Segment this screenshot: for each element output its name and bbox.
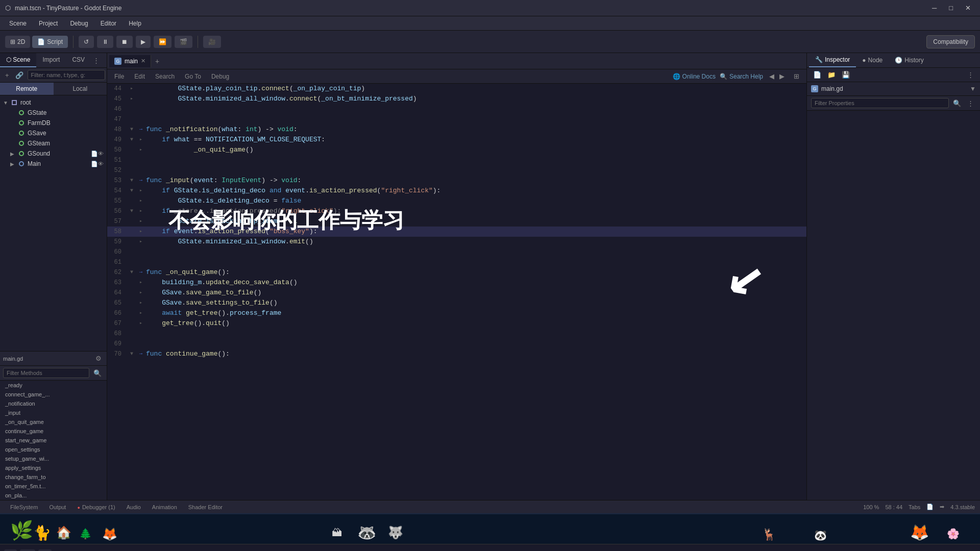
method-timer[interactable]: on_timer_5m.t... (0, 482, 107, 491)
link-btn[interactable]: 🔗 (13, 70, 26, 80)
editor-tab-main[interactable]: G main ✕ (109, 55, 151, 67)
line-47: 47 (107, 114, 806, 124)
expand-root: ▼ (3, 100, 10, 106)
bottom-tab-debugger[interactable]: Debugger (1) (72, 503, 120, 511)
code-lines: 44 ▸ GState.play_coin_tip.connect(_on_pl… (107, 84, 806, 359)
inspector-folder-btn[interactable]: 📁 (825, 70, 838, 80)
btn-pause[interactable]: ⏸ (97, 36, 113, 48)
bottom-tab-filesystem[interactable]: FileSystem (5, 503, 43, 511)
scene-filter-input[interactable] (28, 70, 105, 80)
tree-item-gsteam[interactable]: GSteam (0, 138, 107, 148)
bottom-tab-audio[interactable]: Audio (121, 503, 146, 511)
inspector-save-btn[interactable]: 💾 (840, 70, 852, 80)
btn-refresh[interactable]: ↺ (79, 36, 94, 48)
add-node-btn[interactable]: + (3, 70, 11, 80)
tree-item-gsave[interactable]: GSave (0, 128, 107, 138)
tree-item-farmdb[interactable]: FarmDB (0, 118, 107, 128)
nav-forward[interactable]: ▶ (777, 71, 787, 81)
method-notification[interactable]: _notification (0, 399, 107, 408)
close-btn[interactable]: ✕ (961, 3, 975, 13)
filter-properties-input[interactable] (811, 98, 949, 108)
maximize-btn[interactable]: □ (945, 3, 957, 13)
nav-back[interactable]: ◀ (767, 71, 776, 81)
method-ready[interactable]: _ready (0, 381, 107, 390)
method-setup[interactable]: setup_game_wi... (0, 454, 107, 463)
method-start-new[interactable]: start_new_game (0, 436, 107, 445)
tree-item-gsound[interactable]: ▶ GSound 📄 👁 (0, 148, 107, 159)
btn-script[interactable]: 📄 Script (32, 36, 68, 48)
method-quit[interactable]: _on_quit_game (0, 417, 107, 427)
methods-filter-input[interactable] (3, 368, 89, 378)
script-icon-status: 📄 (926, 504, 934, 510)
line-70: 70 ▼ → func continue_game(): (107, 349, 806, 359)
methods-filter-icon[interactable]: 🔍 (91, 368, 104, 378)
methods-options-btn[interactable]: ⚙ (93, 354, 104, 363)
line-57: 57 ▸ GState.is_picking_hp_item = -1 (107, 216, 806, 227)
btn-goto[interactable]: Go To (182, 72, 204, 81)
tab-remote[interactable]: Remote (0, 83, 54, 95)
btn-edit[interactable]: Edit (131, 72, 148, 81)
layout-toggle-btn[interactable]: ⊞ (791, 71, 802, 81)
btn-debug[interactable]: Debug (208, 72, 232, 81)
tab-close-btn[interactable]: ✕ (141, 58, 145, 64)
btn-stop[interactable]: ⏹ (116, 36, 133, 48)
menu-debug[interactable]: Debug (65, 18, 93, 29)
panel-menu-btn[interactable]: ⋮ (91, 53, 102, 67)
tab-add-btn[interactable]: + (151, 55, 163, 67)
method-connect[interactable]: connect_game_... (0, 390, 107, 399)
line-65: 65 ▸ GSave.save_settings_to_file() (107, 298, 806, 308)
btn-play-scene[interactable]: 🎬 (175, 36, 192, 48)
btn-search[interactable]: Search (152, 72, 178, 81)
game-character-2: 🐈 (33, 524, 51, 541)
bottom-tab-animation[interactable]: Animation (147, 503, 182, 511)
tree-item-gstate[interactable]: GState (0, 108, 107, 118)
menu-scene[interactable]: Scene (4, 18, 32, 29)
tab-node[interactable]: ● Node (856, 53, 889, 67)
expand-arrow[interactable]: ▼ (970, 85, 976, 92)
tab-csv[interactable]: CSV (66, 53, 91, 67)
menu-bar: Scene Project Debug Editor Help (0, 16, 980, 31)
btn-play[interactable]: ▶ (136, 36, 151, 48)
code-editor[interactable]: 不会影响你的工作与学习 ↙ 44 ▸ GState.play_coin_tip.… (107, 84, 806, 500)
2d-icon: ⊞ (10, 38, 15, 45)
right-panel: 🔧 Inspector ● Node 🕒 History 📄 📁 💾 ⋮ G m… (806, 53, 980, 500)
search-help-btn[interactable]: 🔍 Search Help (720, 73, 763, 80)
method-change-farm[interactable]: change_farm_to (0, 472, 107, 482)
compat-button[interactable]: Compatibility (926, 35, 975, 48)
zoom-level: 100 % (863, 504, 879, 510)
filter-options-icon[interactable]: ⋮ (965, 98, 976, 108)
line-44: 44 ▸ GState.play_coin_tip.connect(_on_pl… (107, 84, 806, 94)
method-open-settings[interactable]: open_settings (0, 445, 107, 454)
btn-2d[interactable]: ⊞ 2D (5, 36, 30, 48)
tab-history[interactable]: 🕒 History (889, 53, 929, 67)
method-continue[interactable]: continue_game (0, 427, 107, 436)
window-controls[interactable]: ─ □ ✕ (928, 3, 975, 13)
menu-editor[interactable]: Editor (95, 18, 121, 29)
bottom-tab-shader[interactable]: Shader Editor (183, 503, 228, 511)
tab-inspector[interactable]: 🔧 Inspector (809, 53, 856, 67)
btn-movie[interactable]: 🎥 (203, 36, 221, 48)
filter-search-icon[interactable]: 🔍 (951, 98, 963, 108)
method-apply[interactable]: apply_settings (0, 463, 107, 472)
menu-project[interactable]: Project (34, 18, 63, 29)
bottom-tab-output[interactable]: Output (44, 503, 71, 511)
menu-help[interactable]: Help (124, 18, 146, 29)
tab-scene[interactable]: ⬡ Scene (0, 53, 36, 67)
main-eye-icon: 👁 (98, 161, 104, 167)
btn-file[interactable]: File (111, 72, 127, 81)
game-character-4: 🌲 (79, 528, 92, 540)
tab-local[interactable]: Local (54, 83, 107, 95)
tree-item-main[interactable]: ▶ Main 📄 👁 (0, 159, 107, 169)
node-icon: ● (862, 57, 866, 64)
method-input[interactable]: _input (0, 408, 107, 417)
tab-import[interactable]: Import (36, 53, 66, 67)
btn-step[interactable]: ⏩ (154, 36, 172, 48)
inspector-file-btn[interactable]: 📄 (811, 70, 823, 80)
inspector-menu-btn[interactable]: ⋮ (965, 70, 976, 80)
tree-item-root[interactable]: ▼ root (0, 97, 107, 108)
line-49: 49 ▼ ▸ if what == NOTIFICATION_WM_CLOSE_… (107, 135, 806, 145)
minimize-btn[interactable]: ─ (928, 3, 941, 13)
gsound-eye-icon: 👁 (98, 151, 104, 157)
online-docs-btn[interactable]: 🌐 Online Docs (673, 73, 716, 80)
method-onpla[interactable]: on_pla... (0, 491, 107, 500)
